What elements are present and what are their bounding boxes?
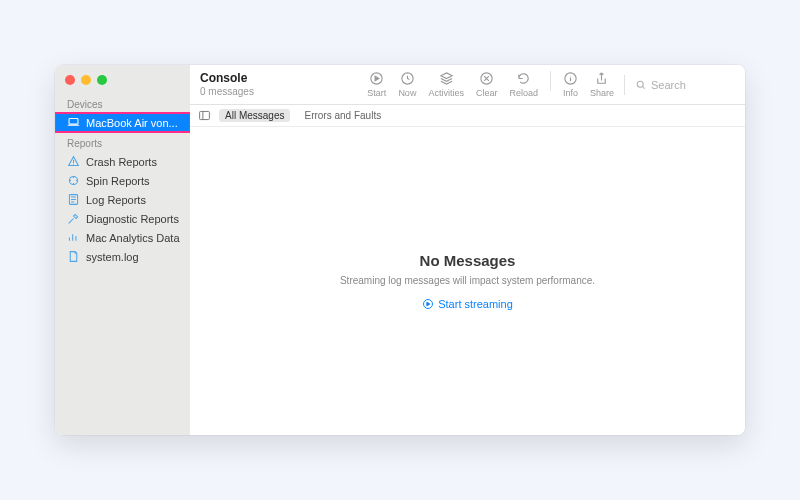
reload-icon <box>516 71 531 86</box>
main-pane: Console 0 messages Start Now Activities <box>190 65 745 435</box>
toolbar-title-block: Console 0 messages <box>200 72 254 96</box>
filter-bar: All Messages Errors and Faults <box>190 105 745 127</box>
sidebar-item-label: Log Reports <box>86 194 146 206</box>
toolbar-buttons: Start Now Activities Clear Reload <box>367 71 614 98</box>
segment-all-messages[interactable]: All Messages <box>219 109 290 122</box>
start-button[interactable]: Start <box>367 71 386 98</box>
search-field[interactable]: Search <box>635 79 735 91</box>
start-streaming-button[interactable]: Start streaming <box>422 298 513 310</box>
svg-point-7 <box>637 81 643 87</box>
zoom-window-button[interactable] <box>97 75 107 85</box>
analytics-icon <box>67 231 80 244</box>
app-window: Devices MacBook Air von... Reports Crash… <box>55 65 745 435</box>
toolbar-separator <box>550 71 551 91</box>
info-button[interactable]: Info <box>563 71 578 98</box>
play-circle-icon <box>369 71 384 86</box>
file-icon <box>67 250 80 263</box>
empty-state: No Messages Streaming log messages will … <box>190 127 745 435</box>
sidebar-item-label: Crash Reports <box>86 156 157 168</box>
toolbar-button-label: Reload <box>509 88 538 98</box>
toolbar-button-label: Now <box>398 88 416 98</box>
play-circle-icon <box>422 298 434 310</box>
sidebar-item-diagnostic-reports[interactable]: Diagnostic Reports <box>55 209 190 228</box>
log-icon <box>67 193 80 206</box>
empty-headline: No Messages <box>420 252 516 269</box>
toolbar-button-label: Info <box>563 88 578 98</box>
toolbar-button-label: Start <box>367 88 386 98</box>
svg-rect-8 <box>200 111 210 119</box>
sidebar-item-macbook-air[interactable]: MacBook Air von... <box>55 113 190 132</box>
sidebar-item-system-log[interactable]: system.log <box>55 247 190 266</box>
segment-errors-and-faults[interactable]: Errors and Faults <box>298 109 387 122</box>
minimize-window-button[interactable] <box>81 75 91 85</box>
start-streaming-label: Start streaming <box>438 298 513 310</box>
toolbar: Console 0 messages Start Now Activities <box>190 65 745 105</box>
spin-icon <box>67 174 80 187</box>
toolbar-button-label: Activities <box>428 88 464 98</box>
toolbar-button-label: Share <box>590 88 614 98</box>
message-count: 0 messages <box>200 86 254 97</box>
sidebar-item-label: Diagnostic Reports <box>86 213 179 225</box>
sidebar-item-label: system.log <box>86 251 139 263</box>
info-icon <box>563 71 578 86</box>
share-icon <box>594 71 609 86</box>
clear-button[interactable]: Clear <box>476 71 498 98</box>
sidebar-item-mac-analytics[interactable]: Mac Analytics Data <box>55 228 190 247</box>
reload-button[interactable]: Reload <box>509 71 538 98</box>
sidebar-item-label: MacBook Air von... <box>86 117 178 129</box>
search-placeholder: Search <box>651 79 686 91</box>
sidebar-item-label: Mac Analytics Data <box>86 232 180 244</box>
toolbar-separator <box>624 75 625 95</box>
tools-icon <box>67 212 80 225</box>
layers-icon <box>439 71 454 86</box>
sidebar-item-label: Spin Reports <box>86 175 150 187</box>
sidebar-toggle-icon[interactable] <box>198 109 211 122</box>
sidebar-item-log-reports[interactable]: Log Reports <box>55 190 190 209</box>
clock-icon <box>400 71 415 86</box>
share-button[interactable]: Share <box>590 71 614 98</box>
toolbar-button-label: Clear <box>476 88 498 98</box>
app-title: Console <box>200 72 254 85</box>
search-icon <box>635 79 647 91</box>
sidebar: Devices MacBook Air von... Reports Crash… <box>55 65 190 435</box>
activities-button[interactable]: Activities <box>428 71 464 98</box>
window-controls <box>55 65 190 93</box>
sidebar-section-devices: Devices <box>55 93 190 113</box>
svg-rect-0 <box>69 118 78 124</box>
now-button[interactable]: Now <box>398 71 416 98</box>
sidebar-item-crash-reports[interactable]: Crash Reports <box>55 152 190 171</box>
clear-icon <box>479 71 494 86</box>
close-window-button[interactable] <box>65 75 75 85</box>
empty-subtext: Streaming log messages will impact syste… <box>340 275 595 286</box>
sidebar-section-reports: Reports <box>55 132 190 152</box>
warning-icon <box>67 155 80 168</box>
sidebar-item-spin-reports[interactable]: Spin Reports <box>55 171 190 190</box>
laptop-icon <box>67 116 80 129</box>
